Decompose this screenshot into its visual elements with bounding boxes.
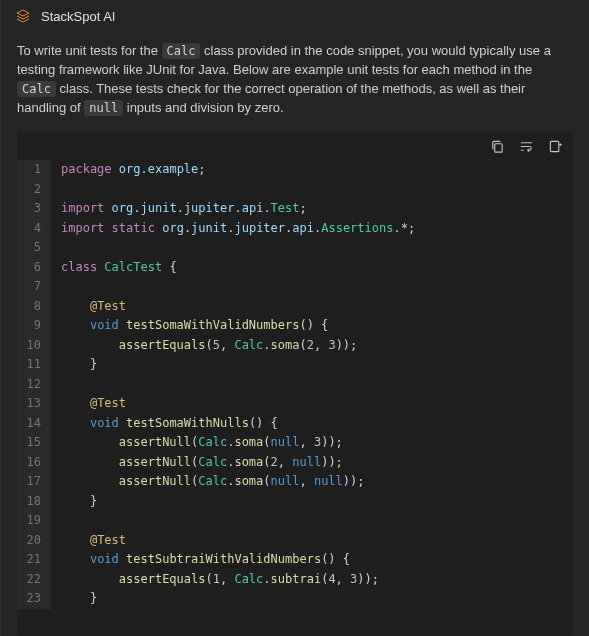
line-number: 11	[17, 355, 51, 375]
insert-code-icon[interactable]	[548, 139, 563, 154]
line-code: assertNull(Calc.soma(2, null));	[51, 453, 343, 473]
line-number: 2	[17, 180, 51, 200]
line-number: 23	[17, 589, 51, 609]
line-code: }	[51, 589, 97, 609]
line-code: package org.example;	[51, 160, 206, 180]
code-block: 1package org.example;23import org.junit.…	[17, 131, 573, 636]
code-line: 16 assertNull(Calc.soma(2, null));	[17, 453, 573, 473]
line-code: void testSomaWithValidNumbers() {	[51, 316, 328, 336]
code-toolbar	[17, 131, 573, 160]
line-number: 20	[17, 531, 51, 551]
inline-code: Calc	[162, 43, 201, 59]
line-number: 21	[17, 550, 51, 570]
line-code: assertNull(Calc.soma(null, null));	[51, 472, 365, 492]
code-line: 10 assertEquals(5, Calc.soma(2, 3));	[17, 336, 573, 356]
code-line: 11 }	[17, 355, 573, 375]
line-code: @Test	[51, 297, 126, 317]
line-number: 4	[17, 219, 51, 239]
line-number: 10	[17, 336, 51, 356]
line-code: import org.junit.jupiter.api.Test;	[51, 199, 307, 219]
code-line: 6class CalcTest {	[17, 258, 573, 278]
code-line: 18 }	[17, 492, 573, 512]
code-line: 7	[17, 277, 573, 297]
line-number: 5	[17, 238, 51, 258]
line-code	[51, 277, 61, 297]
line-code	[51, 511, 61, 531]
line-number: 22	[17, 570, 51, 590]
line-number: 9	[17, 316, 51, 336]
line-code: @Test	[51, 394, 126, 414]
panel-title: StackSpot AI	[41, 9, 115, 24]
code-line: 19	[17, 511, 573, 531]
line-number: 18	[17, 492, 51, 512]
line-code: class CalcTest {	[51, 258, 177, 278]
line-number: 1	[17, 160, 51, 180]
line-code: void testSomaWithNulls() {	[51, 414, 278, 434]
line-number: 3	[17, 199, 51, 219]
line-number: 19	[17, 511, 51, 531]
code-line: 1package org.example;	[17, 160, 573, 180]
code-line: 9 void testSomaWithValidNumbers() {	[17, 316, 573, 336]
code-line: 15 assertNull(Calc.soma(null, 3));	[17, 433, 573, 453]
code-line: 14 void testSomaWithNulls() {	[17, 414, 573, 434]
line-code: }	[51, 355, 97, 375]
code-line: 23 }	[17, 589, 573, 609]
line-number: 15	[17, 433, 51, 453]
assistant-message: To write unit tests for the Calc class p…	[1, 32, 589, 131]
code-line: 3import org.junit.jupiter.api.Test;	[17, 199, 573, 219]
msg-text: To write unit tests for the	[17, 43, 162, 58]
line-number: 13	[17, 394, 51, 414]
word-wrap-icon[interactable]	[519, 139, 534, 154]
line-code: assertEquals(5, Calc.soma(2, 3));	[51, 336, 357, 356]
line-number: 6	[17, 258, 51, 278]
line-code	[51, 180, 61, 200]
line-code: import static org.junit.jupiter.api.Asse…	[51, 219, 415, 239]
code-lines[interactable]: 1package org.example;23import org.junit.…	[17, 160, 573, 609]
code-line: 22 assertEquals(1, Calc.subtrai(4, 3));	[17, 570, 573, 590]
line-code: assertEquals(1, Calc.subtrai(4, 3));	[51, 570, 379, 590]
inline-code: null	[84, 100, 123, 116]
line-code: assertNull(Calc.soma(null, 3));	[51, 433, 343, 453]
line-number: 17	[17, 472, 51, 492]
line-code	[51, 238, 61, 258]
stackspot-panel: StackSpot AI To write unit tests for the…	[0, 0, 589, 636]
code-line: 17 assertNull(Calc.soma(null, null));	[17, 472, 573, 492]
code-line: 20 @Test	[17, 531, 573, 551]
msg-text: inputs and division by zero.	[123, 100, 283, 115]
line-code: }	[51, 492, 97, 512]
svg-rect-1	[495, 144, 503, 152]
code-line: 5	[17, 238, 573, 258]
code-line: 8 @Test	[17, 297, 573, 317]
line-number: 7	[17, 277, 51, 297]
line-code: void testSubtraiWithValidNumbers() {	[51, 550, 350, 570]
code-line: 21 void testSubtraiWithValidNumbers() {	[17, 550, 573, 570]
line-code	[51, 375, 61, 395]
inline-code: Calc	[17, 81, 56, 97]
panel-header: StackSpot AI	[1, 0, 589, 32]
line-code: @Test	[51, 531, 126, 551]
svg-marker-0	[17, 10, 29, 16]
line-number: 14	[17, 414, 51, 434]
code-line: 4import static org.junit.jupiter.api.Ass…	[17, 219, 573, 239]
line-number: 12	[17, 375, 51, 395]
line-number: 16	[17, 453, 51, 473]
code-line: 13 @Test	[17, 394, 573, 414]
code-line: 12	[17, 375, 573, 395]
line-number: 8	[17, 297, 51, 317]
svg-rect-2	[550, 142, 558, 152]
stackspot-logo-icon	[15, 8, 31, 24]
copy-icon[interactable]	[490, 139, 505, 154]
code-line: 2	[17, 180, 573, 200]
